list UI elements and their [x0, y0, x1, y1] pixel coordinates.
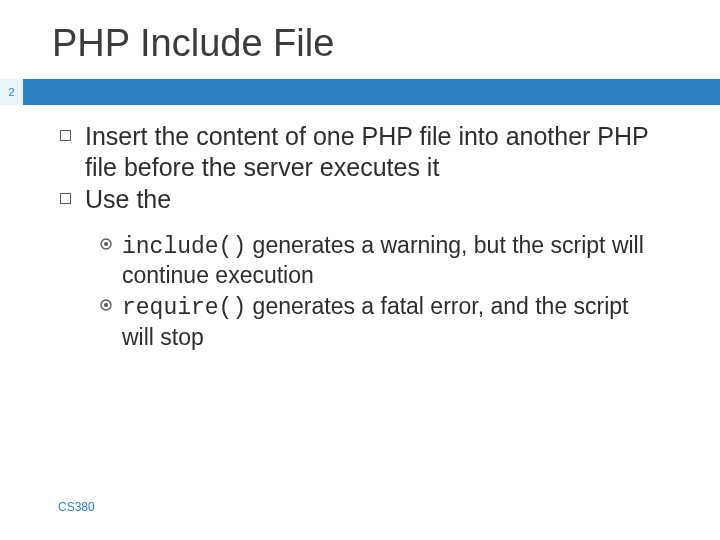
- sub-bullet-item: require() generates a fatal error, and t…: [100, 292, 658, 352]
- bullet-item: Use the: [60, 184, 678, 215]
- sub-bullet-text: include() generates a warning, but the s…: [122, 231, 658, 291]
- sub-bullet-item: include() generates a warning, but the s…: [100, 231, 658, 291]
- svg-point-3: [104, 303, 108, 307]
- bullet-text: Insert the content of one PHP file into …: [85, 121, 678, 182]
- page-number: 2: [0, 79, 24, 105]
- square-bullet-icon: [60, 193, 71, 204]
- square-bullet-icon: [60, 130, 71, 141]
- sub-bullet-text: require() generates a fatal error, and t…: [122, 292, 658, 352]
- sub-bullet-list: include() generates a warning, but the s…: [60, 217, 678, 352]
- footer-label: CS380: [58, 500, 95, 514]
- header-bar: 2: [0, 79, 720, 105]
- target-bullet-icon: [100, 299, 112, 311]
- content-area: Insert the content of one PHP file into …: [0, 105, 720, 352]
- svg-point-1: [104, 242, 108, 246]
- code-span: require(): [122, 295, 246, 321]
- bullet-item: Insert the content of one PHP file into …: [60, 121, 678, 182]
- bullet-text: Use the: [85, 184, 171, 215]
- slide-title: PHP Include File: [0, 0, 720, 79]
- target-bullet-icon: [100, 238, 112, 250]
- code-span: include(): [122, 234, 246, 260]
